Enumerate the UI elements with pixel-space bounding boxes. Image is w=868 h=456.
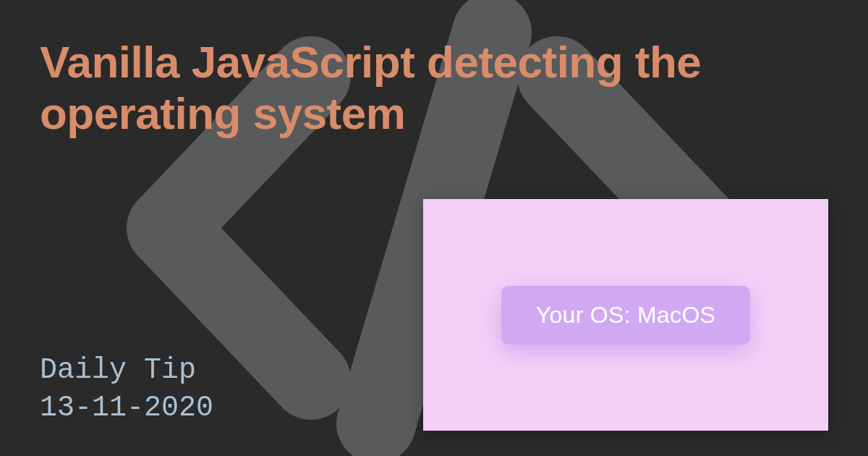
footer-label: Daily Tip [40,352,213,389]
article-title: Vanilla JavaScript detecting the operati… [40,36,828,140]
footer-meta: Daily Tip 13-11-2020 [40,352,213,427]
preview-card: Your OS: MacOS [423,199,828,431]
footer-date: 13-11-2020 [40,389,213,427]
os-badge: Your OS: MacOS [501,286,750,345]
